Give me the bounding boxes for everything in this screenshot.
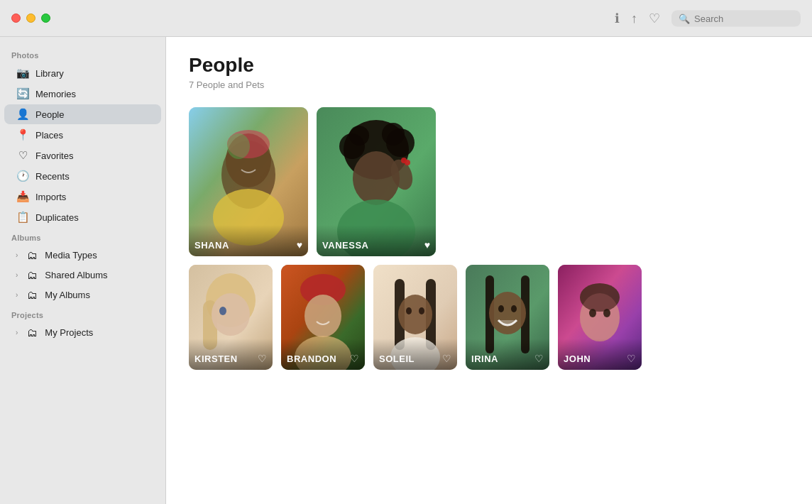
svg-point-11 <box>382 123 405 146</box>
search-bar[interactable]: 🔍 <box>671 10 801 26</box>
main-layout: Photos 📷 Library 🔄 Memories 👤 People 📍 P… <box>0 37 812 504</box>
svg-point-29 <box>398 295 432 334</box>
svg-point-36 <box>489 292 526 334</box>
my-albums-icon: 🗂 <box>25 289 39 301</box>
svg-point-16 <box>401 158 407 163</box>
sidebar-item-label: My Projects <box>45 327 93 338</box>
sidebar-item-duplicates[interactable]: 📋 Duplicates <box>4 207 161 227</box>
person-name-shana: SHANA <box>194 240 229 251</box>
person-name-bar-kirsten: Kirsten ♡ <box>189 339 273 370</box>
svg-point-24 <box>304 295 341 337</box>
duplicates-icon: 📋 <box>16 211 30 224</box>
person-name-brandon: Brandon <box>287 354 336 364</box>
sidebar-item-label: Media Types <box>45 250 97 261</box>
heart-icon-brandon[interactable]: ♡ <box>350 353 359 364</box>
search-input[interactable] <box>694 13 794 23</box>
sidebar-item-my-projects[interactable]: › 🗂 My Projects <box>4 323 161 342</box>
person-card-kirsten[interactable]: Kirsten ♡ <box>189 265 273 370</box>
svg-point-43 <box>589 309 596 317</box>
sidebar-item-label: Imports <box>35 192 66 202</box>
chevron-right-icon: › <box>16 271 18 279</box>
shared-albums-icon: 🗂 <box>25 269 39 281</box>
heart-icon-shana[interactable]: ♥ <box>297 239 302 251</box>
svg-point-10 <box>349 126 369 146</box>
person-card-brandon[interactable]: Brandon ♡ <box>281 265 365 370</box>
sidebar-item-shared-albums[interactable]: › 🗂 Shared Albums <box>4 265 161 285</box>
sidebar-item-recents[interactable]: 🕐 Recents <box>4 166 161 186</box>
traffic-lights <box>11 13 50 23</box>
person-name-bar-soleil: Soleil ♡ <box>373 339 457 370</box>
svg-point-42 <box>580 293 620 341</box>
heart-icon-kirsten[interactable]: ♡ <box>258 353 267 364</box>
sidebar-item-label: Library <box>35 68 64 79</box>
svg-point-31 <box>406 307 412 314</box>
svg-point-20 <box>212 293 250 336</box>
sidebar-item-library[interactable]: 📷 Library <box>4 63 161 83</box>
my-projects-icon: 🗂 <box>25 327 39 339</box>
sidebar-item-media-types[interactable]: › 🗂 Media Types <box>4 246 161 265</box>
heart-icon-john[interactable]: ♡ <box>627 353 636 364</box>
toolbar-actions: ℹ ↑ ♡ 🔍 <box>615 10 801 26</box>
memories-icon: 🔄 <box>16 87 30 100</box>
heart-icon-vanessa[interactable]: ♥ <box>424 239 430 251</box>
person-name-bar-brandon: Brandon ♡ <box>281 339 365 370</box>
chevron-right-icon: › <box>16 329 18 336</box>
person-card-john[interactable]: John ♡ <box>558 265 642 370</box>
page-title: People <box>189 54 789 77</box>
minimize-button[interactable] <box>26 13 35 23</box>
person-name-vanessa: VANESSA <box>322 240 369 251</box>
svg-point-44 <box>603 309 610 317</box>
places-icon: 📍 <box>16 128 30 141</box>
recents-icon: 🕐 <box>16 170 30 182</box>
sidebar-item-places[interactable]: 📍 Places <box>4 125 161 145</box>
svg-point-37 <box>498 305 504 312</box>
sidebar-item-label: Shared Albums <box>45 270 107 280</box>
people-grid: SHANA ♥ <box>189 107 789 370</box>
sidebar-item-my-albums[interactable]: › 🗂 My Albums <box>4 285 161 305</box>
albums-section-label: Albums <box>0 228 165 245</box>
person-name-bar-vanessa: VANESSA ♥ <box>317 225 436 256</box>
person-name-kirsten: Kirsten <box>194 354 238 364</box>
svg-point-4 <box>227 133 250 159</box>
sidebar-item-label: Memories <box>35 89 76 99</box>
favorite-toolbar-icon[interactable]: ♡ <box>649 11 660 26</box>
sidebar-item-favorites[interactable]: ♡ Favorites <box>4 146 161 165</box>
sidebar-item-label: Duplicates <box>35 212 79 223</box>
svg-point-21 <box>219 307 226 315</box>
person-name-irina: Irina <box>471 354 498 364</box>
content-area: People 7 People and Pets <box>166 37 812 504</box>
person-card-shana[interactable]: SHANA ♥ <box>189 107 308 256</box>
close-button[interactable] <box>11 13 21 23</box>
chevron-right-icon: › <box>16 251 18 259</box>
person-card-vanessa[interactable]: VANESSA ♥ <box>317 107 436 256</box>
sidebar-item-memories[interactable]: 🔄 Memories <box>4 84 161 104</box>
heart-icon-soleil[interactable]: ♡ <box>442 353 451 364</box>
person-name-soleil: Soleil <box>379 354 415 364</box>
chevron-right-icon: › <box>16 291 18 299</box>
share-icon[interactable]: ↑ <box>631 11 637 26</box>
search-icon: 🔍 <box>679 13 690 23</box>
sidebar-item-label: My Albums <box>45 290 90 300</box>
info-icon[interactable]: ℹ <box>615 11 620 26</box>
svg-point-32 <box>419 307 424 314</box>
sidebar-item-imports[interactable]: 📥 Imports <box>4 187 161 207</box>
imports-icon: 📥 <box>16 190 30 203</box>
page-subtitle: 7 People and Pets <box>189 80 789 90</box>
person-card-soleil[interactable]: Soleil ♡ <box>373 265 457 370</box>
media-types-icon: 🗂 <box>25 249 39 261</box>
person-name-john: John <box>564 354 591 364</box>
photos-section-label: Photos <box>0 45 165 62</box>
person-card-irina[interactable]: Irina ♡ <box>466 265 549 370</box>
projects-section-label: Projects <box>0 305 165 322</box>
people-row-large: SHANA ♥ <box>189 107 789 256</box>
heart-icon-irina[interactable]: ♡ <box>534 353 544 364</box>
sidebar-item-label: People <box>35 109 64 120</box>
person-name-bar-irina: Irina ♡ <box>466 339 549 370</box>
people-row-medium: Kirsten ♡ <box>189 265 789 370</box>
sidebar-item-people[interactable]: 👤 People <box>4 104 161 124</box>
favorites-icon: ♡ <box>16 149 30 162</box>
person-name-bar-shana: SHANA ♥ <box>189 225 308 256</box>
maximize-button[interactable] <box>41 13 50 23</box>
library-icon: 📷 <box>16 67 30 80</box>
sidebar-item-label: Favorites <box>35 150 73 161</box>
